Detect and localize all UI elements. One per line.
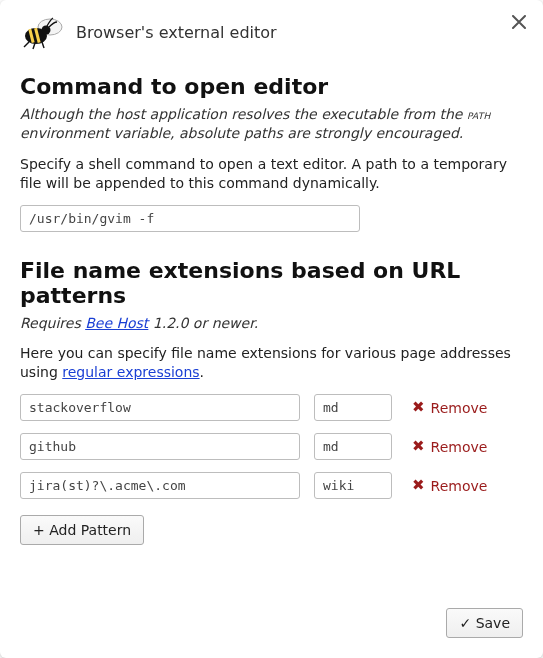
pattern-row: ✖ Remove <box>20 394 523 421</box>
close-icon <box>512 15 526 29</box>
pattern-row: ✖ Remove <box>20 433 523 460</box>
note-text-post: environment variable, absolute paths are… <box>20 125 463 141</box>
extension-input[interactable] <box>314 472 392 499</box>
pattern-row: ✖ Remove <box>20 472 523 499</box>
remove-button[interactable]: ✖ Remove <box>412 439 487 455</box>
footer-actions: ✓ Save <box>446 608 523 638</box>
note-text-pre: Although the host application resolves t… <box>20 106 467 122</box>
remove-x-icon: ✖ <box>412 400 425 415</box>
title-bar: Browser's external editor <box>20 14 523 50</box>
command-heading: Command to open editor <box>20 74 523 99</box>
pattern-input[interactable] <box>20 472 300 499</box>
regex-link[interactable]: regular expressions <box>62 364 199 380</box>
requires-note: Requires Bee Host 1.2.0 or newer. <box>20 314 523 333</box>
pattern-input[interactable] <box>20 394 300 421</box>
patterns-list: ✖ Remove ✖ Remove ✖ Remove <box>20 394 523 499</box>
bee-host-link[interactable]: Bee Host <box>85 315 148 331</box>
remove-label: Remove <box>431 400 488 416</box>
remove-button[interactable]: ✖ Remove <box>412 478 487 494</box>
remove-button[interactable]: ✖ Remove <box>412 400 487 416</box>
requires-post: 1.2.0 or newer. <box>148 315 258 331</box>
note-path-code: path <box>467 107 491 122</box>
patterns-desc: Here you can specify file name extension… <box>20 344 523 382</box>
add-pattern-button[interactable]: + Add Pattern <box>20 515 144 545</box>
requires-pre: Requires <box>20 315 85 331</box>
remove-label: Remove <box>431 478 488 494</box>
extension-input[interactable] <box>314 433 392 460</box>
extension-input[interactable] <box>314 394 392 421</box>
remove-label: Remove <box>431 439 488 455</box>
patterns-heading: File name extensions based on URL patter… <box>20 258 523 308</box>
desc-post: . <box>200 364 204 380</box>
close-button[interactable] <box>509 12 529 32</box>
save-button[interactable]: ✓ Save <box>446 608 523 638</box>
bee-icon <box>20 14 64 50</box>
pattern-input[interactable] <box>20 433 300 460</box>
remove-x-icon: ✖ <box>412 439 425 454</box>
editor-command-input[interactable] <box>20 205 360 232</box>
remove-x-icon: ✖ <box>412 478 425 493</box>
command-desc: Specify a shell command to open a text e… <box>20 155 523 193</box>
window-title: Browser's external editor <box>76 23 277 42</box>
settings-dialog: Browser's external editor Command to ope… <box>0 0 543 658</box>
command-note: Although the host application resolves t… <box>20 105 523 143</box>
